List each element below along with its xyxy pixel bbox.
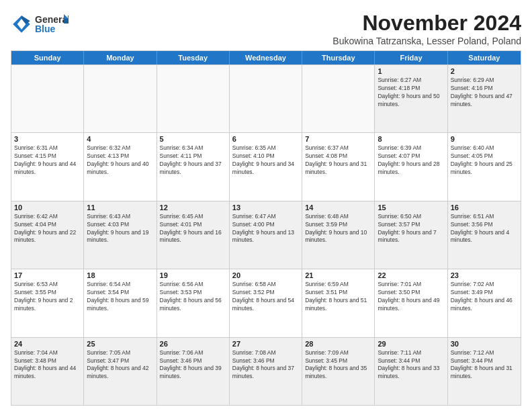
- calendar-cell-r0-c4: [302, 65, 375, 132]
- day-info: Sunrise: 6:50 AM Sunset: 3:57 PM Dayligh…: [378, 213, 444, 245]
- header-tuesday: Tuesday: [157, 51, 230, 64]
- day-info: Sunrise: 7:08 AM Sunset: 3:46 PM Dayligh…: [232, 349, 299, 381]
- calendar-cell-r4-c3: 27Sunrise: 7:08 AM Sunset: 3:46 PM Dayli…: [230, 338, 302, 405]
- day-info: Sunrise: 6:51 AM Sunset: 3:56 PM Dayligh…: [451, 213, 518, 245]
- day-number: 2: [451, 67, 518, 75]
- day-info: Sunrise: 7:11 AM Sunset: 3:44 PM Dayligh…: [378, 349, 444, 381]
- calendar-row-0: 1Sunrise: 6:27 AM Sunset: 4:18 PM Daylig…: [11, 64, 521, 132]
- calendar-cell-r4-c5: 29Sunrise: 7:11 AM Sunset: 3:44 PM Dayli…: [375, 338, 447, 405]
- calendar-cell-r2-c3: 13Sunrise: 6:47 AM Sunset: 4:00 PM Dayli…: [230, 201, 302, 269]
- day-number: 29: [378, 340, 444, 348]
- month-title: November 2024: [332, 11, 521, 36]
- day-info: Sunrise: 7:12 AM Sunset: 3:44 PM Dayligh…: [451, 349, 518, 381]
- day-number: 28: [305, 340, 371, 348]
- day-info: Sunrise: 6:31 AM Sunset: 4:15 PM Dayligh…: [14, 144, 81, 177]
- page: General Blue November 2024 Bukowina Tatr…: [0, 0, 532, 411]
- calendar-cell-r2-c4: 14Sunrise: 6:48 AM Sunset: 3:59 PM Dayli…: [302, 201, 375, 269]
- day-info: Sunrise: 6:34 AM Sunset: 4:11 PM Dayligh…: [160, 144, 226, 177]
- day-info: Sunrise: 6:32 AM Sunset: 4:13 PM Dayligh…: [87, 144, 153, 177]
- day-info: Sunrise: 6:59 AM Sunset: 3:51 PM Dayligh…: [305, 281, 371, 313]
- day-number: 26: [160, 340, 226, 348]
- day-info: Sunrise: 7:05 AM Sunset: 3:47 PM Dayligh…: [87, 349, 153, 381]
- calendar-cell-r0-c3: [230, 65, 302, 132]
- calendar-cell-r1-c4: 7Sunrise: 6:37 AM Sunset: 4:08 PM Daylig…: [302, 133, 375, 200]
- svg-text:Blue: Blue: [35, 24, 56, 34]
- logo: General Blue: [11, 11, 69, 38]
- header-wednesday: Wednesday: [230, 51, 302, 64]
- day-info: Sunrise: 6:48 AM Sunset: 3:59 PM Dayligh…: [305, 213, 371, 245]
- title-block: November 2024 Bukowina Tatrzanska, Lesse…: [332, 11, 521, 46]
- calendar-row-4: 24Sunrise: 7:04 AM Sunset: 3:48 PM Dayli…: [11, 337, 521, 405]
- calendar-cell-r2-c6: 16Sunrise: 6:51 AM Sunset: 3:56 PM Dayli…: [448, 201, 521, 269]
- day-info: Sunrise: 6:35 AM Sunset: 4:10 PM Dayligh…: [232, 144, 299, 177]
- calendar-cell-r0-c5: 1Sunrise: 6:27 AM Sunset: 4:18 PM Daylig…: [375, 65, 447, 132]
- calendar-cell-r4-c4: 28Sunrise: 7:09 AM Sunset: 3:45 PM Dayli…: [302, 338, 375, 405]
- calendar-cell-r0-c6: 2Sunrise: 6:29 AM Sunset: 4:16 PM Daylig…: [448, 65, 521, 132]
- day-number: 12: [160, 203, 226, 212]
- day-number: 16: [451, 203, 518, 212]
- day-info: Sunrise: 6:40 AM Sunset: 4:05 PM Dayligh…: [451, 144, 518, 177]
- day-info: Sunrise: 7:04 AM Sunset: 3:48 PM Dayligh…: [14, 349, 81, 381]
- calendar-cell-r0-c2: [157, 65, 230, 132]
- day-number: 21: [305, 271, 371, 279]
- calendar-row-2: 10Sunrise: 6:42 AM Sunset: 4:04 PM Dayli…: [11, 201, 521, 269]
- day-number: 20: [232, 271, 299, 279]
- day-info: Sunrise: 6:56 AM Sunset: 3:53 PM Dayligh…: [160, 281, 226, 313]
- header: General Blue November 2024 Bukowina Tatr…: [11, 11, 521, 46]
- day-info: Sunrise: 6:58 AM Sunset: 3:52 PM Dayligh…: [232, 281, 299, 313]
- calendar-cell-r3-c3: 20Sunrise: 6:58 AM Sunset: 3:52 PM Dayli…: [230, 269, 302, 336]
- day-number: 14: [305, 203, 371, 212]
- day-number: 15: [378, 203, 444, 212]
- day-number: 11: [87, 203, 153, 212]
- day-number: 4: [87, 135, 153, 143]
- calendar-cell-r1-c3: 6Sunrise: 6:35 AM Sunset: 4:10 PM Daylig…: [230, 133, 302, 200]
- day-number: 30: [451, 340, 518, 348]
- calendar-cell-r2-c1: 11Sunrise: 6:43 AM Sunset: 4:03 PM Dayli…: [84, 201, 157, 269]
- calendar-cell-r3-c1: 18Sunrise: 6:54 AM Sunset: 3:54 PM Dayli…: [84, 269, 157, 336]
- day-number: 17: [14, 271, 81, 279]
- day-number: 24: [14, 340, 81, 348]
- calendar-cell-r4-c0: 24Sunrise: 7:04 AM Sunset: 3:48 PM Dayli…: [11, 338, 84, 405]
- calendar: Sunday Monday Tuesday Wednesday Thursday…: [11, 50, 521, 406]
- header-monday: Monday: [84, 51, 157, 64]
- day-info: Sunrise: 7:09 AM Sunset: 3:45 PM Dayligh…: [305, 349, 371, 381]
- day-info: Sunrise: 6:27 AM Sunset: 4:18 PM Dayligh…: [378, 77, 444, 109]
- day-number: 10: [14, 203, 81, 212]
- day-number: 19: [160, 271, 226, 279]
- day-info: Sunrise: 6:29 AM Sunset: 4:16 PM Dayligh…: [451, 77, 518, 109]
- day-number: 25: [87, 340, 153, 348]
- calendar-cell-r4-c6: 30Sunrise: 7:12 AM Sunset: 3:44 PM Dayli…: [448, 338, 521, 405]
- calendar-cell-r0-c0: [11, 65, 84, 132]
- header-thursday: Thursday: [302, 51, 375, 64]
- calendar-row-3: 17Sunrise: 6:53 AM Sunset: 3:55 PM Dayli…: [11, 269, 521, 336]
- day-number: 22: [378, 271, 444, 279]
- calendar-header: Sunday Monday Tuesday Wednesday Thursday…: [11, 51, 521, 64]
- day-info: Sunrise: 7:01 AM Sunset: 3:50 PM Dayligh…: [378, 281, 444, 313]
- day-number: 7: [305, 135, 371, 143]
- calendar-cell-r1-c0: 3Sunrise: 6:31 AM Sunset: 4:15 PM Daylig…: [11, 133, 84, 200]
- header-friday: Friday: [375, 51, 447, 64]
- calendar-cell-r4-c1: 25Sunrise: 7:05 AM Sunset: 3:47 PM Dayli…: [84, 338, 157, 405]
- calendar-cell-r1-c1: 4Sunrise: 6:32 AM Sunset: 4:13 PM Daylig…: [84, 133, 157, 200]
- calendar-cell-r1-c6: 9Sunrise: 6:40 AM Sunset: 4:05 PM Daylig…: [448, 133, 521, 200]
- calendar-cell-r2-c0: 10Sunrise: 6:42 AM Sunset: 4:04 PM Dayli…: [11, 201, 84, 269]
- day-info: Sunrise: 7:06 AM Sunset: 3:46 PM Dayligh…: [160, 349, 226, 381]
- calendar-cell-r3-c0: 17Sunrise: 6:53 AM Sunset: 3:55 PM Dayli…: [11, 269, 84, 336]
- calendar-cell-r1-c2: 5Sunrise: 6:34 AM Sunset: 4:11 PM Daylig…: [157, 133, 230, 200]
- calendar-row-1: 3Sunrise: 6:31 AM Sunset: 4:15 PM Daylig…: [11, 132, 521, 200]
- calendar-cell-r2-c5: 15Sunrise: 6:50 AM Sunset: 3:57 PM Dayli…: [375, 201, 447, 269]
- logo-icon: [11, 13, 32, 35]
- calendar-cell-r3-c6: 23Sunrise: 7:02 AM Sunset: 3:49 PM Dayli…: [448, 269, 521, 336]
- day-number: 27: [232, 340, 299, 348]
- day-info: Sunrise: 6:43 AM Sunset: 4:03 PM Dayligh…: [87, 213, 153, 245]
- day-number: 23: [451, 271, 518, 279]
- svg-marker-9: [64, 19, 69, 24]
- location: Bukowina Tatrzanska, Lesser Poland, Pola…: [332, 36, 521, 46]
- day-number: 6: [232, 135, 299, 143]
- day-number: 1: [378, 67, 444, 75]
- calendar-cell-r1-c5: 8Sunrise: 6:39 AM Sunset: 4:07 PM Daylig…: [375, 133, 447, 200]
- day-info: Sunrise: 7:02 AM Sunset: 3:49 PM Dayligh…: [451, 281, 518, 313]
- day-number: 9: [451, 135, 518, 143]
- day-number: 13: [232, 203, 299, 212]
- day-info: Sunrise: 6:54 AM Sunset: 3:54 PM Dayligh…: [87, 281, 153, 313]
